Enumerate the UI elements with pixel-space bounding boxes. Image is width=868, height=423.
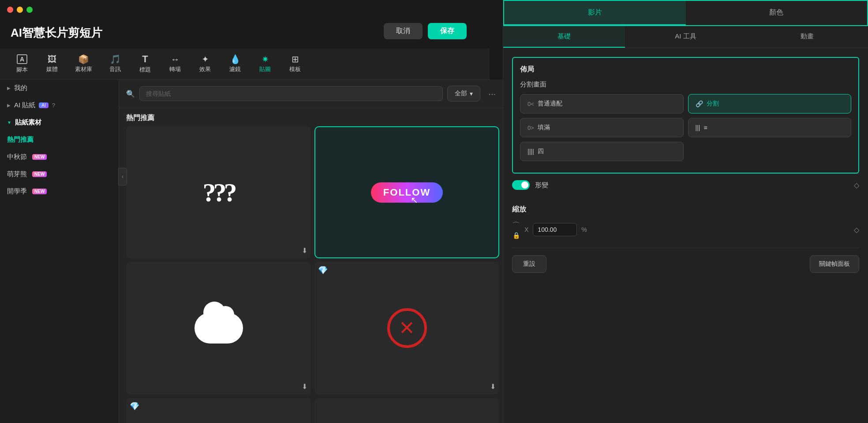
sidebar-item-sticker-assets: ▼ 貼紙素材 (0, 114, 119, 131)
sidebar-label-sticker-assets: 貼紙素材 (15, 118, 41, 127)
sidebar-item-school[interactable]: 開學季 NEW (0, 183, 119, 200)
layout-title: 佈局 (520, 65, 851, 74)
toolbar-label-title: 標題 (139, 66, 151, 74)
left-sidebar: ▶ 我的 ▶ AI 貼紙 AI ? ▼ 貼紙素材 熱門推薦 中秋節 NEW 萌芽… (0, 79, 119, 423)
three-col-icon: ||| (696, 124, 700, 131)
new-badge-moon: NEW (32, 154, 47, 160)
lock-icon-col: ⌒ 🔒 (512, 220, 520, 239)
toolbar-label-filter: 濾鏡 (229, 65, 241, 73)
toolbar-label-transition: 轉場 (169, 65, 181, 73)
arrow-icon-ai: ▶ (7, 103, 11, 108)
help-icon: ? (52, 102, 55, 109)
split-btn-three[interactable]: ||| ≡ (688, 118, 852, 137)
minimize-button[interactable] (17, 7, 23, 13)
toolbar-label-audio: 音訊 (109, 65, 121, 73)
cancel-button[interactable]: 取消 (384, 23, 423, 39)
tabs-row-2: 基礎 AI 工具 動畫 (503, 26, 868, 48)
sidebar-item-bear[interactable]: 萌芽熊 NEW (0, 166, 119, 183)
tabs-row-1: 影片 顏色 (503, 0, 868, 26)
sticker-card-question[interactable]: ??? ⬇ (126, 126, 311, 258)
filter-label: 全部 (455, 90, 467, 98)
sticker-card-x[interactable]: 💎 ✕ ⬇ (314, 262, 499, 394)
right-panel-content: 佈局 分割畫面 0< 普通適配 🔗 分割 0> 填滿 (503, 48, 868, 282)
scale-title: 縮放 (512, 205, 859, 214)
split-row-1: 0< 普通適配 🔗 分割 (520, 94, 851, 113)
toolbar-label-sticker: 貼圖 (259, 65, 271, 73)
more-button[interactable]: ··· (485, 87, 499, 101)
x-circle-content: ✕ (387, 308, 427, 348)
scale-diamond-icon: ◇ (854, 226, 859, 234)
split-btn-normal[interactable]: 0< 普通適配 (520, 94, 684, 113)
new-badge-school: NEW (32, 189, 47, 194)
save-button[interactable]: 保存 (428, 23, 467, 39)
tab-basic[interactable]: 基礎 (503, 26, 625, 48)
sticker-card-cloud[interactable]: ⬇ (126, 262, 311, 394)
toolbar-item-assets[interactable]: 📦 素材庫 (69, 52, 98, 76)
fill-prefix: 0> (528, 125, 534, 131)
tab-color[interactable]: 顏色 (686, 1, 868, 25)
reset-button[interactable]: 重設 (512, 255, 546, 273)
fill-label: 填滿 (538, 124, 550, 132)
ai-badge: AI (39, 102, 48, 108)
media-icon: 🖼 (48, 55, 56, 64)
close-button[interactable] (7, 7, 13, 13)
fullscreen-button[interactable] (26, 7, 33, 13)
title-icon: T (142, 54, 148, 64)
split-btn-four[interactable]: |||| 四 (520, 142, 684, 161)
audio-icon: 🎵 (110, 55, 121, 64)
scale-x-input[interactable] (533, 223, 577, 236)
assets-icon: 📦 (78, 55, 89, 64)
sidebar-label-moon: 中秋節 (7, 153, 27, 161)
sidebar-item-popular[interactable]: 熱門推薦 (0, 131, 119, 148)
sidebar-item-my[interactable]: ▶ 我的 (0, 79, 119, 97)
toolbar-item-transition[interactable]: ↔ 轉場 (162, 52, 188, 76)
toolbar-item-media[interactable]: 🖼 媒體 (39, 52, 65, 76)
toolbar-label-template: 模板 (289, 65, 301, 73)
sidebar-item-ai-sticker[interactable]: ▶ AI 貼紙 AI ? (0, 97, 119, 114)
download-icon-3: ⬇ (302, 382, 307, 391)
arrow-icon-sticker: ▼ (7, 120, 11, 125)
sidebar-label-my: 我的 (14, 84, 27, 92)
four-label: 四 (538, 147, 544, 155)
main-content: 🔍 全部 ▾ ··· 熱門推薦 ??? ⬇ FOLLOW ↖ ⬇ 💎 (119, 79, 506, 423)
toolbar-item-filter[interactable]: 💧 濾鏡 (222, 52, 248, 76)
script-icon: A (17, 54, 27, 64)
tab-video[interactable]: 影片 (504, 1, 686, 25)
sticker-card-gem[interactable]: 💎 💎 • • (126, 398, 311, 423)
search-input[interactable] (139, 86, 443, 101)
split-btn-fill[interactable]: 0> 填滿 (520, 118, 684, 137)
search-icon: 🔍 (126, 90, 135, 98)
normal-fit-prefix: 0< (528, 101, 534, 107)
sticker-card-follow[interactable]: FOLLOW ↖ (314, 126, 499, 258)
transform-toggle[interactable] (512, 180, 530, 190)
percent-label: % (581, 226, 587, 233)
download-icon-1: ⬇ (302, 246, 307, 255)
toolbar-item-title[interactable]: T 標題 (132, 52, 158, 76)
sidebar-item-moon-festival[interactable]: 中秋節 NEW (0, 148, 119, 166)
toolbar-item-audio[interactable]: 🎵 音訊 (102, 52, 128, 76)
right-panel: 影片 顏色 基礎 AI 工具 動畫 佈局 分割畫面 0< 普通適配 🔗 分割 (503, 0, 868, 423)
sticker-card-empty[interactable] (314, 398, 499, 423)
cancel-save-area: 取消 保存 (384, 23, 467, 39)
toolbar-item-effects[interactable]: ✦ 效果 (192, 52, 218, 76)
layout-panel: 佈局 分割畫面 0< 普通適配 🔗 分割 0> 填滿 (512, 57, 859, 174)
keyframe-button[interactable]: 關鍵幀面板 (810, 255, 859, 273)
toolbar-item-sticker[interactable]: ✷ 貼圖 (252, 52, 278, 76)
tab-animation[interactable]: 動畫 (746, 26, 868, 48)
tab-ai-tools[interactable]: AI 工具 (625, 26, 747, 48)
filter-button[interactable]: 全部 ▾ (447, 86, 480, 102)
split-btn-split[interactable]: 🔗 分割 (688, 94, 852, 113)
toolbar-item-template[interactable]: ⊞ 模板 (282, 52, 308, 76)
sidebar-label-ai: AI 貼紙 (14, 101, 35, 110)
sidebar-collapse-btn[interactable]: ‹ (118, 168, 127, 185)
diamond-icon: ◇ (854, 181, 859, 189)
toolbar-label-script: 腳本 (16, 66, 28, 74)
toolbar-item-script[interactable]: A 腳本 (9, 52, 35, 76)
filter-icon: 💧 (230, 55, 241, 64)
arrow-icon: ▶ (7, 86, 11, 91)
traffic-lights (7, 7, 33, 13)
split-prefix-icon: 🔗 (696, 100, 703, 107)
sticker-icon: ✷ (262, 55, 269, 64)
transform-label: 形變 (535, 181, 548, 189)
split-row-3: |||| 四 (520, 142, 851, 161)
